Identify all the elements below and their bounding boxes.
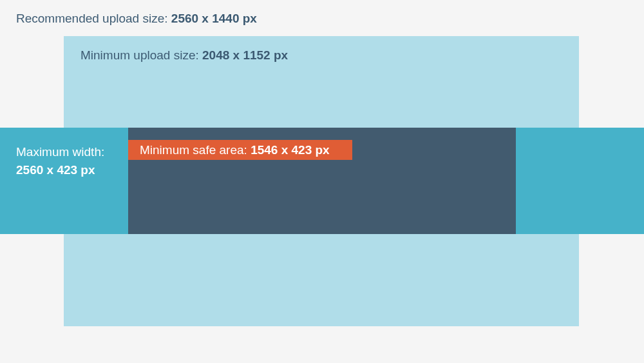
minimum-value: 2048 x 1152 px [202,48,288,62]
recommended-value: 2560 x 1440 px [171,12,257,25]
minimum-upload-label: Minimum upload size: 2048 x 1152 px [80,48,288,63]
safe-area-box: Minimum safe area: 1546 x 423 px [128,140,352,160]
safe-area-label: Minimum safe area: 1546 x 423 px [140,143,330,157]
recommended-prefix: Recommended upload size: [16,12,171,25]
recommended-upload-label: Recommended upload size: 2560 x 1440 px [16,12,257,26]
maximum-width-label: Maximum width: 2560 x 423 px [16,143,104,179]
minimum-prefix: Minimum upload size: [80,48,202,62]
safe-area-prefix: Minimum safe area: [140,143,251,157]
max-width-prefix: Maximum width: [16,143,104,161]
safe-area-value: 1546 x 423 px [251,143,330,157]
max-width-value: 2560 x 423 px [16,161,104,179]
